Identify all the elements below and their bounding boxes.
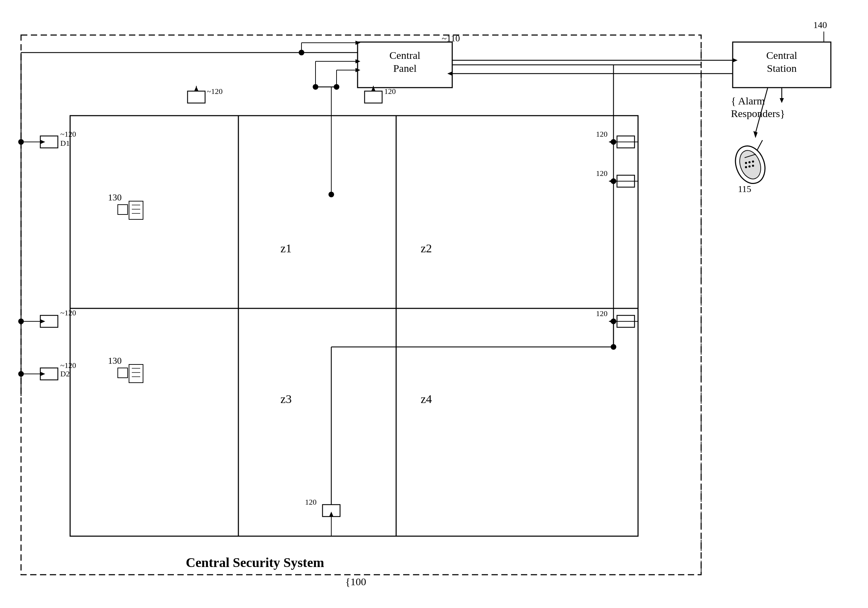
svg-rect-62 xyxy=(118,205,128,215)
svg-text:D1: D1 xyxy=(60,139,70,147)
svg-point-88 xyxy=(611,178,616,184)
svg-rect-49 xyxy=(40,368,58,380)
svg-marker-35 xyxy=(371,86,375,91)
svg-text:120: 120 xyxy=(596,309,608,318)
svg-text:Central: Central xyxy=(766,50,797,61)
svg-text:Panel: Panel xyxy=(393,62,417,74)
svg-text:{100: {100 xyxy=(345,576,366,587)
svg-marker-120 xyxy=(780,98,784,103)
svg-point-112 xyxy=(752,161,754,162)
svg-point-92 xyxy=(334,84,339,90)
svg-rect-32 xyxy=(364,91,382,103)
svg-point-114 xyxy=(749,166,750,167)
svg-marker-57 xyxy=(329,512,333,517)
svg-rect-15 xyxy=(70,116,638,536)
svg-text:z3: z3 xyxy=(281,393,292,405)
svg-line-109 xyxy=(745,154,756,158)
svg-rect-36 xyxy=(617,136,634,148)
svg-rect-39 xyxy=(617,175,634,187)
svg-point-90 xyxy=(299,50,304,56)
svg-point-89 xyxy=(611,319,616,324)
svg-point-110 xyxy=(745,162,747,164)
svg-text:z1: z1 xyxy=(281,242,292,255)
svg-text:120: 120 xyxy=(596,169,608,178)
svg-marker-74 xyxy=(355,41,360,45)
svg-text:~120: ~120 xyxy=(60,361,76,370)
svg-rect-5 xyxy=(733,42,831,88)
svg-text:Central Security System: Central Security System xyxy=(186,555,324,570)
svg-text:~120: ~120 xyxy=(60,308,76,317)
svg-text:{ Alarm: { Alarm xyxy=(731,95,765,107)
svg-marker-77 xyxy=(355,59,360,63)
svg-text:115: 115 xyxy=(738,184,751,194)
svg-marker-14 xyxy=(447,71,452,76)
svg-marker-48 xyxy=(40,319,45,323)
svg-rect-54 xyxy=(322,504,340,517)
svg-marker-94 xyxy=(609,140,614,144)
svg-text:120: 120 xyxy=(305,498,316,506)
svg-text:~120: ~120 xyxy=(207,87,223,96)
svg-point-86 xyxy=(18,371,24,377)
svg-rect-1 xyxy=(358,42,452,88)
svg-marker-27 xyxy=(40,140,45,144)
svg-text:120: 120 xyxy=(596,130,608,138)
svg-marker-122 xyxy=(753,131,758,138)
svg-text:z2: z2 xyxy=(421,242,432,255)
svg-rect-42 xyxy=(617,316,634,327)
svg-text:Station: Station xyxy=(767,62,797,74)
svg-marker-31 xyxy=(194,86,198,91)
svg-point-102 xyxy=(611,344,616,350)
svg-line-121 xyxy=(755,88,768,133)
svg-rect-28 xyxy=(188,91,205,103)
svg-point-111 xyxy=(749,161,750,163)
svg-text:130: 130 xyxy=(108,192,122,203)
svg-point-85 xyxy=(18,319,24,324)
svg-text:~110: ~110 xyxy=(442,33,460,43)
svg-text:Responders}: Responders} xyxy=(731,108,785,119)
svg-marker-96 xyxy=(609,179,614,183)
svg-rect-45 xyxy=(40,316,58,327)
svg-rect-64 xyxy=(129,364,143,383)
svg-rect-0 xyxy=(21,35,701,575)
svg-point-103 xyxy=(329,192,334,197)
svg-text:z4: z4 xyxy=(421,393,432,405)
svg-point-115 xyxy=(752,165,754,167)
svg-marker-12 xyxy=(733,58,738,62)
svg-text:130: 130 xyxy=(108,356,122,366)
svg-point-107 xyxy=(736,147,764,182)
svg-text:~120: ~120 xyxy=(60,130,76,138)
svg-rect-58 xyxy=(129,201,143,220)
svg-line-108 xyxy=(757,140,763,150)
svg-text:140: 140 xyxy=(813,20,827,30)
svg-text:120: 120 xyxy=(384,87,396,96)
svg-marker-80 xyxy=(355,68,360,72)
svg-point-106 xyxy=(730,142,770,188)
svg-point-87 xyxy=(611,139,616,145)
svg-rect-68 xyxy=(118,368,128,378)
svg-point-113 xyxy=(745,166,747,168)
svg-text:D2: D2 xyxy=(60,369,70,378)
svg-marker-53 xyxy=(40,372,45,376)
svg-point-91 xyxy=(313,84,318,90)
svg-rect-23 xyxy=(40,136,58,148)
svg-marker-98 xyxy=(609,319,614,323)
svg-point-84 xyxy=(18,139,24,145)
svg-text:Central: Central xyxy=(389,50,420,61)
